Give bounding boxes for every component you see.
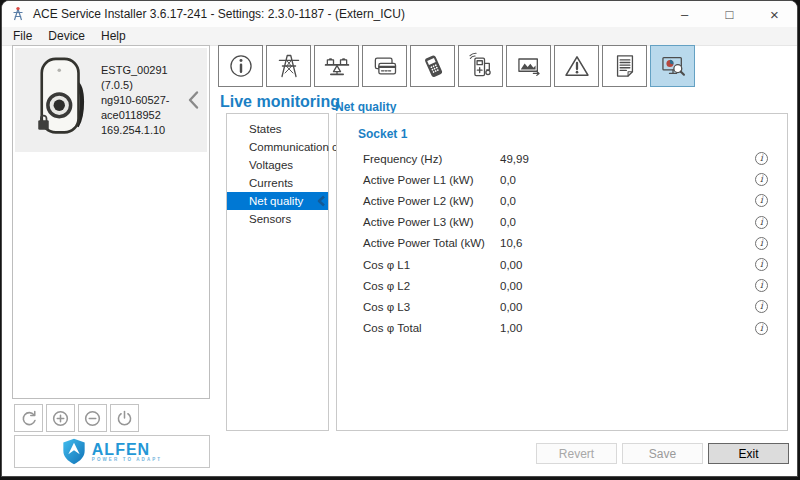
zoom-out-icon	[83, 409, 102, 428]
document-icon	[610, 52, 640, 80]
zoom-in-button[interactable]	[46, 404, 75, 432]
live-monitoring-icon	[658, 52, 688, 80]
zoom-in-icon	[51, 409, 70, 428]
menu-file[interactable]: File	[5, 29, 40, 43]
metric-value: 0,00	[500, 259, 755, 271]
metric-label: Active Power L2 (kW)	[363, 195, 500, 207]
metric-row: Active Power Total (kW) 10,6 i	[337, 233, 787, 254]
info-icon[interactable]: i	[755, 300, 768, 313]
window-controls: – □ ×	[662, 1, 797, 27]
tab-logging[interactable]	[602, 45, 647, 87]
brand-text: ALFEN POWER TO ADAPT	[92, 442, 162, 462]
menu-help[interactable]: Help	[93, 29, 134, 43]
info-icon[interactable]: i	[755, 258, 768, 271]
metric-label: Cos φ L3	[363, 301, 500, 313]
maximize-button[interactable]: □	[707, 1, 752, 27]
metric-row: Cos φ L2 0,00 i	[337, 275, 787, 296]
page-title: Live monitoring	[220, 93, 340, 111]
display-image-icon	[514, 52, 544, 80]
warning-icon	[562, 52, 592, 80]
metric-value: 10,6	[500, 237, 755, 249]
info-icon[interactable]: i	[755, 152, 768, 165]
save-button[interactable]: Save	[622, 443, 703, 464]
device-name: ESTG_00291 (7.0.5)	[101, 63, 185, 93]
metric-label: Cos φ L1	[363, 259, 500, 271]
metric-label: Active Power L3 (kW)	[363, 216, 500, 228]
metric-value: 0,00	[500, 301, 755, 313]
metric-label: Cos φ L2	[363, 280, 500, 292]
menu-device[interactable]: Device	[40, 29, 93, 43]
tab-charging-point[interactable]	[458, 45, 503, 87]
info-icon	[226, 52, 256, 80]
alfen-shield-icon	[62, 438, 86, 465]
tab-load-balancing[interactable]	[314, 45, 359, 87]
monitoring-nav: States Communication car Voltages Curren…	[226, 113, 329, 431]
power-button[interactable]	[110, 404, 139, 432]
brand-tagline: POWER TO ADAPT	[92, 457, 162, 462]
tab-payment-terminal[interactable]	[410, 45, 455, 87]
revert-button[interactable]: Revert	[536, 443, 617, 464]
metric-label: Active Power Total (kW)	[363, 237, 500, 249]
nav-item-voltages[interactable]: Voltages	[227, 156, 328, 174]
power-icon	[115, 409, 134, 428]
payment-terminal-icon	[418, 52, 448, 80]
tab-power-grid[interactable]	[266, 45, 311, 87]
nav-item-currents[interactable]: Currents	[227, 174, 328, 192]
tab-card-reader[interactable]	[362, 45, 407, 87]
tab-live-monitoring[interactable]	[650, 45, 695, 87]
charging-point-icon	[466, 52, 496, 80]
nav-item-net-quality[interactable]: Net quality	[227, 192, 328, 210]
title-bar: ACE Service Installer 3.6.17-241 - Setti…	[2, 1, 797, 27]
refresh-icon	[19, 409, 38, 428]
metric-row: Cos φ L3 0,00 i	[337, 296, 787, 317]
power-grid-icon	[274, 52, 304, 80]
metric-value: 0,0	[500, 195, 755, 207]
device-list-panel: ESTG_00291 (7.0.5) ng910-60527-ace011895…	[12, 45, 210, 399]
nav-item-communication-car[interactable]: Communication car	[227, 138, 328, 156]
minimize-button[interactable]: –	[662, 1, 707, 27]
net-quality-panel: Socket 1 Frequency (Hz) 49,99 i Active P…	[336, 113, 788, 431]
device-info: ESTG_00291 (7.0.5) ng910-60527-ace011895…	[101, 63, 185, 138]
info-icon[interactable]: i	[755, 216, 768, 229]
zoom-out-button[interactable]	[78, 404, 107, 432]
metric-row: Cos φ Total 1,00 i	[337, 318, 787, 339]
info-icon[interactable]: i	[755, 194, 768, 207]
brand-box: ALFEN POWER TO ADAPT	[14, 435, 210, 468]
metric-row: Active Power L1 (kW) 0,0 i	[337, 169, 787, 190]
refresh-button[interactable]	[14, 404, 43, 432]
device-actions	[14, 404, 139, 432]
device-list-item[interactable]: ESTG_00291 (7.0.5) ng910-60527-ace011895…	[15, 48, 207, 152]
info-icon[interactable]: i	[755, 279, 768, 292]
brand-name: ALFEN	[92, 442, 150, 457]
tab-display-image[interactable]	[506, 45, 551, 87]
metric-value: 0,0	[500, 174, 755, 186]
tab-warnings[interactable]	[554, 45, 599, 87]
load-balancing-icon	[322, 52, 352, 80]
chevron-left-icon[interactable]	[185, 90, 201, 110]
info-icon[interactable]: i	[755, 173, 768, 186]
metric-value: 1,00	[500, 322, 755, 334]
socket-title: Socket 1	[358, 127, 787, 141]
device-serial: ng910-60527-ace0118952	[101, 93, 185, 123]
metric-value: 0,0	[500, 216, 755, 228]
app-logo-icon	[10, 6, 26, 22]
device-ip: 169.254.1.10	[101, 123, 185, 138]
metric-label: Active Power L1 (kW)	[363, 174, 500, 186]
metric-row: Frequency (Hz) 49,99 i	[337, 148, 787, 169]
section-heading: Net quality	[335, 100, 396, 114]
metric-row: Active Power L2 (kW) 0,0 i	[337, 190, 787, 211]
window-title: ACE Service Installer 3.6.17-241 - Setti…	[33, 7, 405, 21]
chevron-left-icon	[316, 195, 326, 207]
nav-item-states[interactable]: States	[227, 120, 328, 138]
nav-item-label: Net quality	[249, 195, 303, 207]
card-reader-icon	[370, 52, 400, 80]
nav-item-sensors[interactable]: Sensors	[227, 210, 328, 228]
close-button[interactable]: ×	[752, 1, 797, 27]
exit-button[interactable]: Exit	[708, 443, 789, 464]
charger-photo	[33, 53, 89, 147]
tab-info[interactable]	[218, 45, 263, 87]
metric-row: Active Power L3 (kW) 0,0 i	[337, 212, 787, 233]
info-icon[interactable]: i	[755, 237, 768, 250]
metric-label: Frequency (Hz)	[363, 153, 500, 165]
info-icon[interactable]: i	[755, 322, 768, 335]
